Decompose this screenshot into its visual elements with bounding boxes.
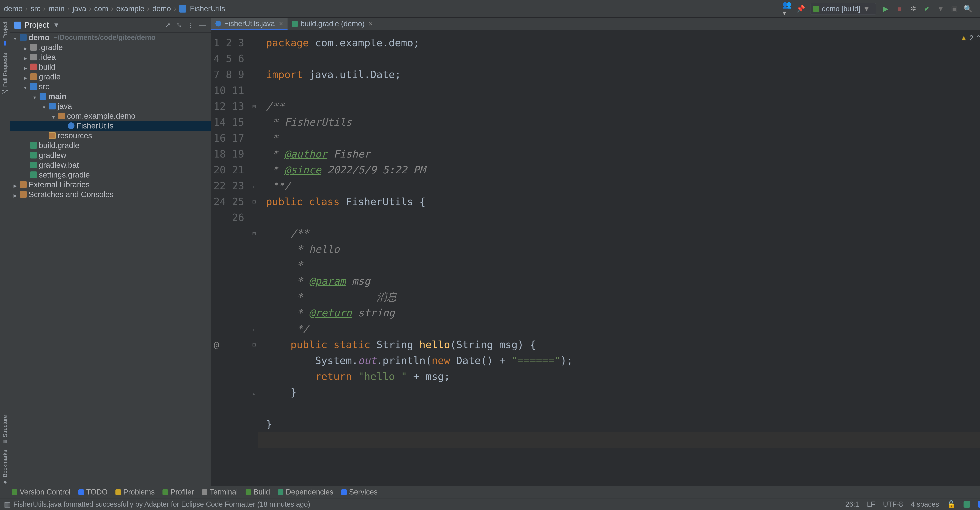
tool-version-control[interactable]: Version Control <box>12 488 70 496</box>
crumb[interactable]: java <box>73 5 86 13</box>
topbar-actions: 👥▾ 📌 demo [build] ▼ ▶ ■ ✲ ✔ ▼ ▣ 🔍 ⋮ <box>783 3 980 15</box>
editor[interactable]: ▲ 2 ⌃ ⌄ 1 2 3 4 5 6 7 8 9 10 11 12 13 14… <box>211 30 980 486</box>
crumb[interactable]: FisherUtils <box>190 5 225 13</box>
expand-icon[interactable]: ⤢ <box>164 21 172 29</box>
crumb[interactable]: main <box>48 5 65 13</box>
more-icon[interactable]: ⋮ <box>186 21 195 29</box>
topbar: demo› src› main› java› com› example› dem… <box>0 0 980 18</box>
editor-tabs: FisherUtils.java × build.gradle (demo) ×… <box>211 18 980 30</box>
project-tree[interactable]: demo~/Documents/code/gitee/demo .gradle … <box>10 33 211 486</box>
tree-node[interactable]: main <box>10 91 211 101</box>
bottom-tool-bar: Version Control TODO Problems Profiler T… <box>0 486 980 498</box>
run-config-selector[interactable]: demo [build] ▼ <box>810 3 876 15</box>
tree-node[interactable]: gradle <box>10 72 211 81</box>
project-icon <box>14 22 21 29</box>
close-icon[interactable]: × <box>279 19 283 28</box>
tool-structure[interactable]: ≣Structure <box>2 415 8 444</box>
tab-fisherutils[interactable]: FisherUtils.java × <box>211 18 288 30</box>
more-icon[interactable]: ⋮ <box>978 5 980 13</box>
tool-dependencies[interactable]: Dependencies <box>278 488 333 496</box>
tab-label: FisherUtils.java <box>224 19 275 28</box>
chevron-down-icon: ▼ <box>863 5 870 13</box>
tool-pull-requests[interactable]: ⎇Pull Requests <box>2 53 8 95</box>
status-layout-icon[interactable]: ▥ <box>4 500 11 508</box>
tree-node[interactable]: External Libraries <box>10 180 211 190</box>
project-header: Project ▼ ⤢ ⤡ ⋮ — <box>10 18 211 33</box>
sync-ok-icon[interactable]: ✔ <box>923 5 931 13</box>
status-line-sep[interactable]: LF <box>867 500 875 508</box>
status-position[interactable]: 26:1 <box>845 500 859 508</box>
inspection-summary[interactable]: ▲ 2 ⌃ ⌄ <box>960 34 980 42</box>
tool-profiler[interactable]: Profiler <box>162 488 194 496</box>
crumb[interactable]: demo <box>152 5 171 13</box>
build-icon[interactable]: ✲ <box>909 5 917 13</box>
tab-label: build.gradle (demo) <box>301 20 364 28</box>
stop-button[interactable]: ■ <box>895 5 904 13</box>
updates-icon[interactable]: ▣ <box>950 5 958 13</box>
chevron-down-icon[interactable]: ▼ <box>52 21 61 29</box>
editor-area: FisherUtils.java × build.gradle (demo) ×… <box>211 18 980 486</box>
gutter-folding[interactable]: ⊟ ⌞ ⊟ ⊟ ⌞ ⊟ ⌞ <box>250 30 258 486</box>
tab-build-gradle[interactable]: build.gradle (demo) × <box>288 18 377 30</box>
tool-build[interactable]: Build <box>246 488 270 496</box>
tree-node[interactable]: .gradle <box>10 42 211 52</box>
tree-node[interactable]: settings.gradle <box>10 170 211 180</box>
status-message: FisherUtils.java formatted successfully … <box>13 500 310 508</box>
run-button[interactable]: ▶ <box>881 5 890 13</box>
tool-bookmarks[interactable]: ★Bookmarks <box>2 450 8 486</box>
project-title: Project <box>24 21 49 29</box>
run-config-label: demo [build] <box>822 5 860 13</box>
tool-terminal[interactable]: Terminal <box>202 488 238 496</box>
collapse-icon[interactable]: ⤡ <box>175 21 183 29</box>
hide-icon[interactable]: — <box>198 21 207 29</box>
tree-node[interactable]: gradlew.bat <box>10 160 211 170</box>
close-icon[interactable]: × <box>369 20 373 28</box>
tree-node[interactable]: java <box>10 101 211 111</box>
left-tool-strip: ▮Project ⎇Pull Requests ≣Structure ★Book… <box>0 18 10 486</box>
class-icon <box>179 5 186 13</box>
tree-node[interactable]: build.gradle <box>10 140 211 150</box>
status-bar: ▥ FisherUtils.java formatted successfull… <box>0 498 980 510</box>
gradle-icon <box>292 21 298 27</box>
warning-count: 2 <box>969 34 973 42</box>
tool-project[interactable]: ▮Project <box>2 22 8 47</box>
status-chip-icon[interactable] <box>964 501 970 508</box>
chevron-down-icon[interactable]: ▼ <box>937 5 945 13</box>
warning-icon: ▲ <box>960 34 967 42</box>
code-content[interactable]: package com.example.demo; import java.ut… <box>258 30 980 486</box>
class-icon <box>215 21 221 27</box>
crumb[interactable]: demo <box>4 5 22 13</box>
tree-node[interactable]: com.example.demo <box>10 111 211 121</box>
project-panel: Project ▼ ⤢ ⤡ ⋮ — demo~/Documents/code/g… <box>10 18 211 486</box>
collaborate-icon[interactable]: 👥▾ <box>783 5 791 13</box>
pin-icon[interactable]: 📌 <box>797 5 805 13</box>
tree-node[interactable]: src <box>10 81 211 91</box>
tree-node-selected[interactable]: FisherUtils <box>10 121 211 131</box>
search-icon[interactable]: 🔍 <box>964 5 972 13</box>
tree-node[interactable]: Scratches and Consoles <box>10 190 211 199</box>
tree-node[interactable]: gradlew <box>10 150 211 160</box>
prev-highlight-icon[interactable]: ⌃ <box>975 34 980 42</box>
run-config-icon <box>813 6 819 12</box>
crumb[interactable]: src <box>30 5 41 13</box>
lock-icon[interactable]: 🔓 <box>947 500 956 508</box>
tree-node[interactable]: .idea <box>10 52 211 62</box>
status-encoding[interactable]: UTF-8 <box>883 500 903 508</box>
gutter-line-numbers: 1 2 3 4 5 6 7 8 9 10 11 12 13 14 15 16 1… <box>211 30 250 486</box>
tree-node[interactable]: resources <box>10 131 211 140</box>
tool-services[interactable]: Services <box>341 488 378 496</box>
tool-problems[interactable]: Problems <box>115 488 155 496</box>
tree-root[interactable]: demo~/Documents/code/gitee/demo <box>10 33 211 42</box>
status-chip-icon[interactable] <box>978 501 980 508</box>
crumb[interactable]: com <box>94 5 108 13</box>
tool-todo[interactable]: TODO <box>78 488 108 496</box>
status-indent[interactable]: 4 spaces <box>911 500 939 508</box>
tree-node[interactable]: build <box>10 62 211 72</box>
crumb[interactable]: example <box>116 5 145 13</box>
breadcrumbs: demo› src› main› java› com› example› dem… <box>4 5 225 13</box>
